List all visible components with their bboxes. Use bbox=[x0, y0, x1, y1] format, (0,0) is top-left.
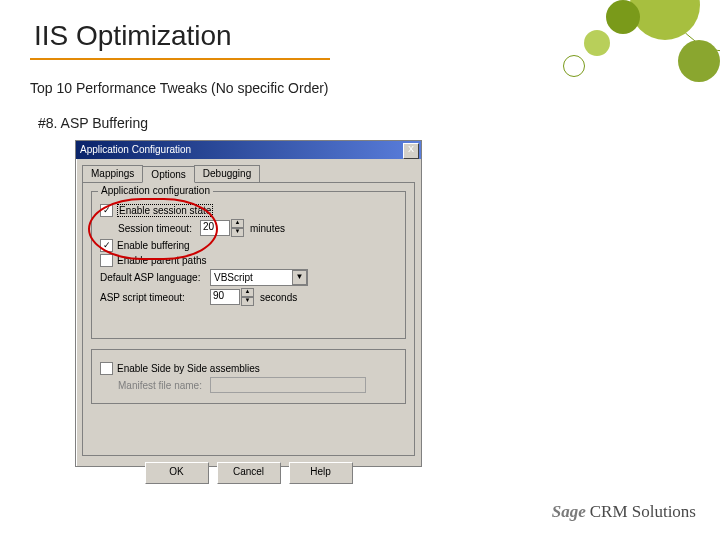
decorative-swirls bbox=[500, 0, 720, 120]
label-minutes: minutes bbox=[250, 223, 285, 234]
select-default-asp-language-value: VBScript bbox=[211, 272, 292, 283]
footer-logo: SageCRM Solutions bbox=[552, 502, 696, 522]
session-timeout-input[interactable]: 20 bbox=[200, 220, 230, 236]
label-enable-buffering: Enable buffering bbox=[117, 240, 190, 251]
label-session-timeout: Session timeout: bbox=[118, 223, 200, 234]
chevron-up-icon[interactable]: ▲ bbox=[241, 288, 254, 297]
spinner-script-timeout[interactable]: 90 ▲▼ bbox=[210, 288, 254, 306]
checkbox-enable-parent-paths[interactable] bbox=[100, 254, 113, 267]
tab-debugging[interactable]: Debugging bbox=[194, 165, 260, 182]
tab-options[interactable]: Options bbox=[142, 166, 194, 183]
chevron-up-icon[interactable]: ▲ bbox=[231, 219, 244, 228]
dialog-title-text: Application Configuration bbox=[80, 144, 191, 155]
label-enable-session: Enable session state bbox=[117, 204, 213, 217]
group-app-config-legend: Application configuration bbox=[98, 185, 213, 196]
dialog-buttons: OK Cancel Help bbox=[76, 462, 421, 484]
checkbox-enable-session[interactable]: ✓ bbox=[100, 204, 113, 217]
slide-item: #8. ASP Buffering bbox=[38, 115, 148, 131]
ok-button[interactable]: OK bbox=[145, 462, 209, 484]
group-sxs: Enable Side by Side assemblies Manifest … bbox=[91, 349, 406, 404]
dialog-titlebar: Application Configuration X bbox=[76, 141, 421, 159]
label-seconds: seconds bbox=[260, 292, 297, 303]
checkbox-enable-sxs[interactable] bbox=[100, 362, 113, 375]
label-manifest-file: Manifest file name: bbox=[118, 380, 210, 391]
app-config-dialog: Application Configuration X Mappings Opt… bbox=[75, 140, 422, 467]
label-asp-script-timeout: ASP script timeout: bbox=[100, 292, 210, 303]
label-default-asp-language: Default ASP language: bbox=[100, 272, 210, 283]
chevron-down-icon[interactable]: ▼ bbox=[231, 228, 244, 237]
cancel-button[interactable]: Cancel bbox=[217, 462, 281, 484]
close-button[interactable]: X bbox=[403, 143, 419, 159]
dialog-tabs: Mappings Options Debugging bbox=[82, 165, 415, 182]
chevron-down-icon[interactable]: ▼ bbox=[241, 297, 254, 306]
title-underline bbox=[30, 58, 330, 60]
tab-panel-options: Application configuration ✓ Enable sessi… bbox=[82, 182, 415, 456]
logo-brand-a: Sage bbox=[552, 502, 586, 521]
logo-brand-b: CRM Solutions bbox=[590, 502, 696, 521]
manifest-file-input bbox=[210, 377, 366, 393]
script-timeout-input[interactable]: 90 bbox=[210, 289, 240, 305]
tab-mappings[interactable]: Mappings bbox=[82, 165, 143, 182]
label-enable-parent-paths: Enable parent paths bbox=[117, 255, 207, 266]
group-app-config: Application configuration ✓ Enable sessi… bbox=[91, 191, 406, 339]
select-default-asp-language[interactable]: VBScript ▼ bbox=[210, 269, 308, 286]
checkbox-enable-buffering[interactable]: ✓ bbox=[100, 239, 113, 252]
chevron-down-icon[interactable]: ▼ bbox=[292, 270, 307, 285]
label-enable-sxs: Enable Side by Side assemblies bbox=[117, 363, 260, 374]
slide-subtitle: Top 10 Performance Tweaks (No specific O… bbox=[30, 80, 329, 96]
help-button[interactable]: Help bbox=[289, 462, 353, 484]
slide-title: IIS Optimization bbox=[34, 20, 232, 52]
spinner-session-timeout[interactable]: 20 ▲▼ bbox=[200, 219, 244, 237]
